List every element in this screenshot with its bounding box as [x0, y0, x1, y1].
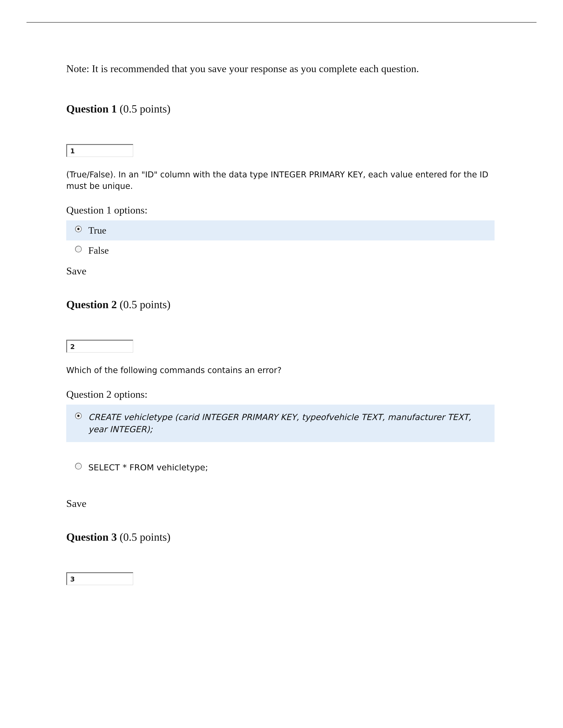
question-1-label: Question 1: [66, 103, 117, 115]
radio-unselected-icon[interactable]: [75, 463, 82, 469]
question-3-points: (0.5 points): [120, 531, 171, 543]
question-3-label: Question 3: [66, 531, 117, 543]
question-1-heading: Question 1 (0.5 points): [66, 102, 495, 115]
question-2-option-b[interactable]: SELECT * FROM vehicletype;: [66, 458, 495, 478]
spacer: [66, 478, 495, 493]
radio-cell: [68, 462, 88, 469]
question-2-points: (0.5 points): [120, 298, 171, 311]
question-1-option-true-text: True: [88, 224, 490, 236]
radio-selected-icon[interactable]: [75, 226, 82, 232]
question-1-option-true[interactable]: True: [66, 220, 495, 240]
note-text: Note: It is recommended that you save yo…: [66, 62, 495, 76]
question-2-label: Question 2: [66, 298, 117, 311]
question-1-options: True False: [66, 220, 495, 261]
spacer: [66, 442, 495, 458]
question-2-options: CREATE vehicletype (carid INTEGER PRIMAR…: [66, 405, 495, 478]
radio-cell: [68, 411, 88, 419]
question-1-save[interactable]: Save: [66, 265, 495, 277]
question-2-option-a[interactable]: CREATE vehicletype (carid INTEGER PRIMAR…: [66, 405, 495, 442]
question-1-option-false[interactable]: False: [66, 240, 495, 261]
question-2-option-a-text: CREATE vehicletype (carid INTEGER PRIMAR…: [88, 411, 490, 435]
question-2-option-b-text: SELECT * FROM vehicletype;: [88, 462, 490, 474]
page-top-rule: [26, 22, 537, 23]
question-2-save[interactable]: Save: [66, 497, 495, 509]
question-1-points: (0.5 points): [120, 103, 171, 115]
question-1-number-box: 1: [66, 144, 133, 157]
question-2-prompt: Which of the following commands contains…: [66, 365, 495, 376]
question-3-heading: Question 3 (0.5 points): [66, 530, 495, 544]
question-1-options-heading: Question 1 options:: [66, 204, 495, 216]
radio-unselected-icon[interactable]: [75, 246, 82, 252]
question-2-options-heading: Question 2 options:: [66, 388, 495, 400]
question-2-number-box: 2: [66, 340, 133, 353]
radio-cell: [68, 224, 88, 232]
radio-cell: [68, 244, 88, 252]
question-1-prompt: (True/False). In an "ID" column with the…: [66, 169, 495, 192]
quiz-content: Note: It is recommended that you save yo…: [66, 62, 495, 597]
question-1-option-false-text: False: [88, 244, 490, 257]
question-3-number-box: 3: [66, 572, 133, 585]
radio-selected-icon[interactable]: [75, 413, 82, 419]
question-2-heading: Question 2 (0.5 points): [66, 298, 495, 311]
